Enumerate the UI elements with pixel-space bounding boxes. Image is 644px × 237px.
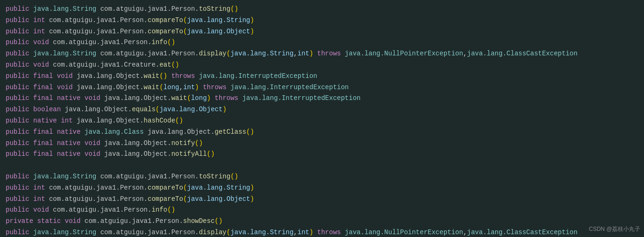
- code-line: [6, 160, 638, 171]
- code-line: public native int java.lang.Object.hashC…: [6, 115, 638, 127]
- code-line: public int com.atguigu.java1.Person.comp…: [6, 194, 638, 205]
- code-line: public final native void java.lang.Objec…: [6, 93, 638, 104]
- watermark: CSDN @荔枝小丸子: [589, 225, 640, 233]
- code-line: public final native java.lang.Class java…: [6, 127, 638, 138]
- code-line: public boolean java.lang.Object.equals(j…: [6, 104, 638, 115]
- code-line: public final native void java.lang.Objec…: [6, 138, 638, 149]
- code-line: public java.lang.String com.atguigu.java…: [6, 227, 638, 237]
- code-line: public java.lang.String com.atguigu.java…: [6, 48, 638, 60]
- code-line: public java.lang.String com.atguigu.java…: [6, 4, 638, 15]
- code-line: public void com.atguigu.java1.Person.inf…: [6, 205, 638, 216]
- code-line: public int com.atguigu.java1.Person.comp…: [6, 183, 638, 194]
- code-output: public java.lang.String com.atguigu.java…: [0, 0, 644, 237]
- code-line: public void com.atguigu.java1.Person.inf…: [6, 37, 638, 48]
- code-line: public void com.atguigu.java1.Creature.e…: [6, 60, 638, 71]
- code-line: public java.lang.String com.atguigu.java…: [6, 171, 638, 183]
- code-line: public final native void java.lang.Objec…: [6, 149, 638, 160]
- code-line: public int com.atguigu.java1.Person.comp…: [6, 15, 638, 26]
- code-line: public final void java.lang.Object.wait(…: [6, 71, 638, 82]
- code-line: public final void java.lang.Object.wait(…: [6, 82, 638, 93]
- code-line: private static void com.atguigu.java1.Pe…: [6, 216, 638, 227]
- code-line: public int com.atguigu.java1.Person.comp…: [6, 26, 638, 38]
